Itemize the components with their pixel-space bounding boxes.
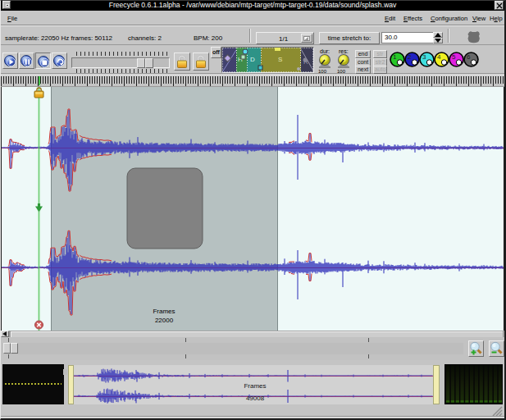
svg-text:6: 6: [467, 53, 471, 61]
svg-text:S: S: [278, 56, 282, 63]
svg-text:Frames: Frames: [244, 382, 266, 390]
svg-text:3: 3: [422, 53, 426, 61]
svg-text:D: D: [250, 56, 255, 63]
svg-text:5: 5: [452, 53, 456, 61]
svg-text:22000: 22000: [155, 317, 174, 324]
svg-text:Frames: Frames: [153, 308, 175, 315]
svg-text:1: 1: [393, 53, 397, 61]
svg-text:4: 4: [437, 53, 441, 61]
svg-text:49008: 49008: [246, 395, 265, 402]
svg-text:2: 2: [408, 53, 412, 61]
